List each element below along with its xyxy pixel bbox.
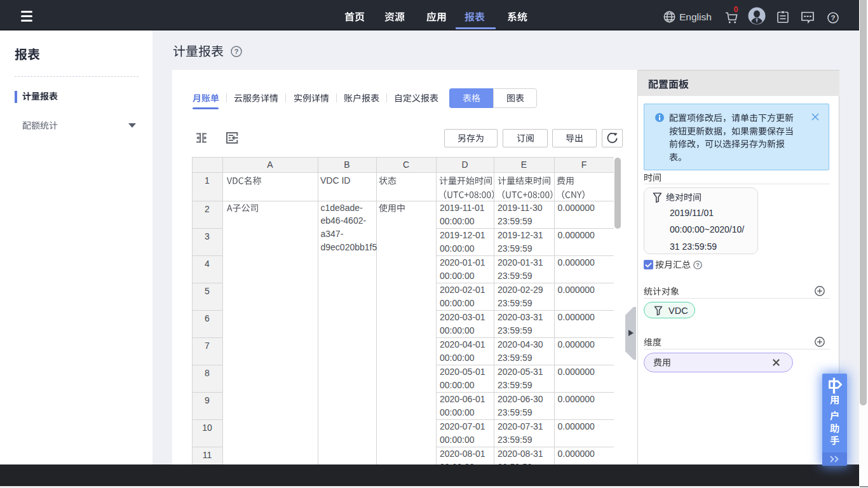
svg-text:?: ? <box>696 262 700 268</box>
svg-text:?: ? <box>831 14 835 22</box>
svg-text:?: ? <box>234 48 238 55</box>
